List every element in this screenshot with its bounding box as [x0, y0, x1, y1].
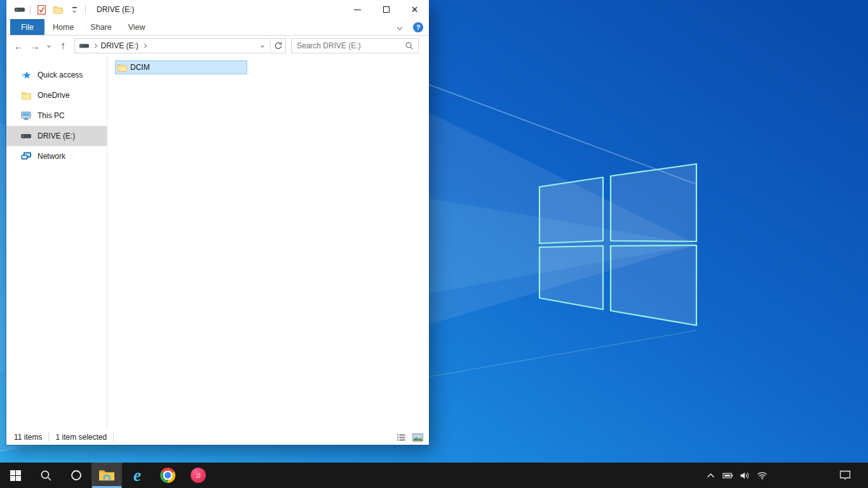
help-button[interactable]: ?: [413, 22, 423, 32]
sidebar-item-label: DRIVE (E:): [37, 132, 75, 140]
taskbar: e ♫: [0, 463, 868, 488]
drive-icon: [21, 133, 31, 139]
network-icon: [21, 152, 31, 161]
sidebar-item-onedrive[interactable]: OneDrive: [6, 85, 107, 105]
tab-file[interactable]: File: [10, 19, 44, 35]
address-bar[interactable]: DRIVE (E:): [74, 38, 286, 53]
breadcrumb-item-drive[interactable]: DRIVE (E:): [101, 41, 139, 50]
recent-locations-button[interactable]: [43, 37, 55, 54]
taskbar-search-button[interactable]: [31, 463, 61, 488]
sidebar-item-label: This PC: [37, 111, 65, 120]
quick-access-toolbar: DRIVE (E:): [6, 0, 134, 19]
taskbar-file-explorer-button[interactable]: [92, 463, 122, 488]
network-status[interactable]: [756, 463, 768, 488]
start-icon: [10, 470, 21, 481]
sidebar-item-label: Network: [37, 152, 65, 161]
search-input[interactable]: [292, 41, 405, 50]
status-separator: [48, 433, 49, 442]
search-icon: [40, 470, 52, 482]
action-center-button[interactable]: [831, 463, 859, 488]
file-list[interactable]: DCIM: [107, 56, 429, 430]
customize-quick-access-button[interactable]: [69, 3, 80, 17]
up-button[interactable]: ↑: [55, 37, 71, 54]
battery-status[interactable]: [722, 463, 733, 488]
breadcrumb: DRIVE (E:): [75, 41, 255, 50]
tab-home[interactable]: Home: [44, 19, 82, 35]
close-icon: ×: [411, 4, 418, 15]
quick-access-star-icon: [21, 71, 31, 80]
expand-ribbon-button[interactable]: [394, 22, 405, 33]
system-tray: [705, 463, 868, 488]
maximize-icon: [383, 6, 390, 13]
sidebar-item-network[interactable]: Network: [6, 146, 107, 166]
sidebar-item-label: Quick access: [37, 71, 83, 79]
taskbar-itunes-button[interactable]: ♫: [183, 463, 214, 488]
taskbar-chrome-button[interactable]: [153, 463, 183, 488]
view-toggle-group: [395, 431, 429, 443]
sidebar-item-drive-e[interactable]: DRIVE (E:): [6, 126, 107, 146]
titlebar[interactable]: DRIVE (E:) ×: [6, 0, 429, 19]
this-pc-icon: [21, 111, 31, 120]
sidebar-item-quick-access[interactable]: Quick access: [6, 65, 107, 85]
thumbnails-view-icon: [412, 433, 423, 442]
status-bar: 11 items 1 item selected: [6, 430, 429, 445]
drive-icon[interactable]: [79, 43, 89, 49]
file-item-dcim[interactable]: DCIM: [115, 60, 247, 74]
refresh-button[interactable]: [270, 39, 285, 53]
itunes-icon: ♫: [191, 468, 206, 483]
cortana-icon: [71, 470, 82, 481]
up-arrow-icon: ↑: [60, 40, 65, 51]
tray-expand-chevron-icon: [707, 473, 715, 478]
back-arrow-icon: ←: [14, 41, 24, 51]
properties-icon: [37, 5, 46, 15]
desktop-screen: DRIVE (E:) × File Home Share View ? ← → …: [0, 0, 868, 488]
thumbnails-view-button[interactable]: [412, 431, 423, 443]
selection-count: 1 item selected: [55, 433, 107, 442]
tab-share[interactable]: Share: [82, 19, 119, 35]
onedrive-folder-icon: [21, 92, 31, 100]
close-button[interactable]: ×: [400, 0, 429, 19]
sidebar-item-label: OneDrive: [37, 91, 70, 100]
cortana-button[interactable]: [61, 463, 92, 488]
internet-explorer-icon: e: [133, 467, 141, 484]
new-folder-icon: [53, 6, 63, 14]
chevron-right-icon: [93, 44, 97, 48]
window-title: DRIVE (E:): [97, 5, 134, 14]
search-icon[interactable]: [405, 41, 418, 50]
volume-status[interactable]: [739, 463, 750, 488]
taskbar-internet-explorer-button[interactable]: e: [122, 463, 153, 488]
minimize-button[interactable]: [343, 0, 372, 19]
titlebar-separator: [30, 5, 31, 15]
chevron-right-icon: [142, 44, 146, 48]
address-dropdown-button[interactable]: [255, 39, 270, 53]
forward-button[interactable]: →: [27, 37, 43, 54]
volume-icon: [740, 471, 750, 480]
folder-icon: [118, 64, 127, 72]
battery-icon: [722, 471, 733, 480]
back-button[interactable]: ←: [10, 37, 27, 54]
chevron-down-icon: [397, 24, 402, 29]
start-button[interactable]: [0, 463, 31, 488]
refresh-icon: [274, 41, 283, 50]
forward-arrow-icon: →: [31, 41, 40, 51]
wifi-icon: [757, 471, 768, 480]
status-separator: [113, 433, 114, 442]
minimize-icon: [354, 10, 361, 10]
item-count: 11 items: [14, 433, 42, 442]
navigation-pane: Quick access OneDrive This PC: [6, 56, 107, 430]
titlebar-separator: [85, 5, 86, 15]
new-folder-button[interactable]: [52, 3, 64, 17]
details-view-icon: [397, 433, 406, 442]
properties-button[interactable]: [36, 3, 47, 17]
chevron-down-icon: [261, 44, 264, 48]
search-box: [291, 38, 419, 53]
window-controls: ×: [343, 0, 429, 19]
details-view-button[interactable]: [395, 431, 407, 443]
tray-expand-button[interactable]: [705, 463, 716, 488]
sidebar-item-this-pc[interactable]: This PC: [6, 105, 107, 126]
file-name: DCIM: [130, 63, 150, 72]
maximize-button[interactable]: [372, 0, 400, 19]
chrome-icon: [160, 468, 175, 483]
action-center-icon: [839, 470, 851, 480]
tab-view[interactable]: View: [120, 19, 154, 35]
